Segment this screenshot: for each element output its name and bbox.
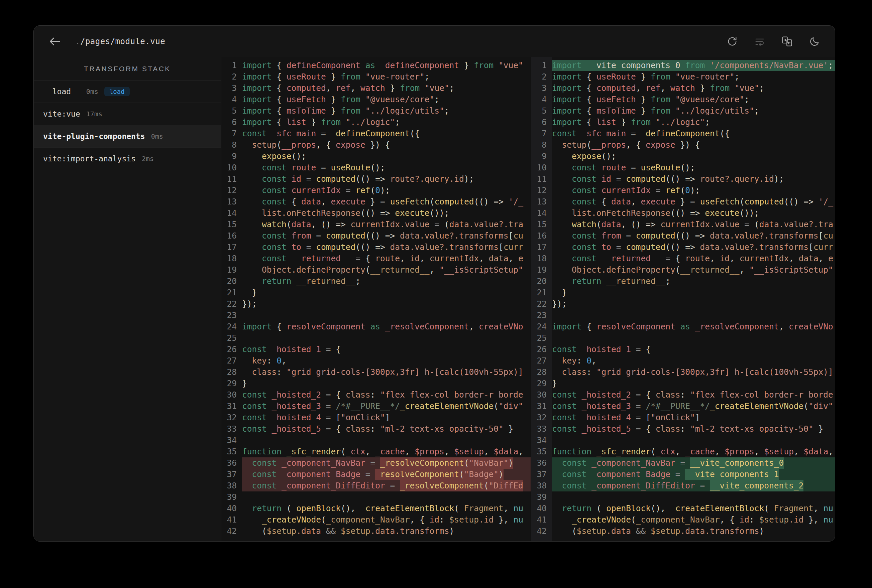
code-text: }); xyxy=(552,298,835,310)
code-text: key: 0, xyxy=(242,355,531,366)
code-text: import { msToTime } from "../logic/utils… xyxy=(552,105,835,117)
line-number: 20 xyxy=(531,276,552,287)
wrap-lines-icon[interactable] xyxy=(754,36,765,47)
code-text: const _component_NavBar = _resolveCompon… xyxy=(242,458,531,469)
code-text: const { data, execute } = useFetch(compu… xyxy=(552,196,835,207)
code-text: import { computed, ref, watch } from "vu… xyxy=(242,82,531,94)
line-number: 10 xyxy=(221,162,242,173)
code-pane-before[interactable]: 1import { defineComponent as _defineComp… xyxy=(221,57,531,541)
sidebar-item-vite:import-analysis[interactable]: vite:import-analysis2ms xyxy=(34,148,221,170)
line-number: 26 xyxy=(221,344,242,355)
code-text: import { resolveComponent as _resolveCom… xyxy=(242,321,531,332)
code-line: 5import { msToTime } from "../logic/util… xyxy=(531,105,835,117)
code-text: import { resolveComponent as _resolveCom… xyxy=(552,321,835,332)
back-button[interactable] xyxy=(48,35,61,48)
plugin-name: __load__ xyxy=(43,87,80,96)
code-text: const _component_NavBar = __vite_compone… xyxy=(552,458,835,469)
module-path-text: /pages/module.vue xyxy=(80,37,165,46)
code-text: return (_openBlock(), _createElementBloc… xyxy=(552,503,835,514)
line-number: 28 xyxy=(221,366,242,378)
line-number: 34 xyxy=(221,435,242,446)
line-number: 26 xyxy=(531,344,552,355)
code-line: 41 _createVNode(_component_NavBar, { id:… xyxy=(221,514,531,525)
sidebar-item-__load__[interactable]: __load__0msload xyxy=(34,81,221,103)
code-line: 11 const id = computed(() => route?.quer… xyxy=(531,173,835,185)
refresh-icon[interactable] xyxy=(726,36,738,47)
code-line: 14 list.onFetchResponse(() => execute())… xyxy=(221,207,531,219)
code-line: 40 return (_openBlock(), _createElementB… xyxy=(221,503,531,514)
line-number: 41 xyxy=(221,514,242,525)
code-text: import { useFetch } from "@vueuse/core"; xyxy=(242,94,531,105)
code-line: 12 const currentIdx = ref(0); xyxy=(531,185,835,196)
code-text: const _hoisted_2 = { class: "flex flex-c… xyxy=(552,389,835,400)
code-line: 2import { useRoute } from "vue-router"; xyxy=(221,71,531,82)
line-number: 41 xyxy=(531,514,552,525)
code-text: const id = computed(() => route?.query.i… xyxy=(242,173,531,185)
code-text: const from = computed(() => data.value?.… xyxy=(552,230,835,242)
code-text xyxy=(552,492,835,503)
code-line: 18 const __returned__ = { route, id, cur… xyxy=(531,253,835,264)
sidebar-items: __load__0msloadvite:vue17msvite-plugin-c… xyxy=(34,81,221,170)
code-text xyxy=(242,310,531,321)
line-number: 17 xyxy=(531,242,552,253)
line-number: 35 xyxy=(531,446,552,458)
code-text: ($setup.data && $setup.data.transforms) xyxy=(242,525,531,537)
line-number: 42 xyxy=(531,525,552,537)
line-number: 16 xyxy=(531,230,552,242)
code-text: const __returned__ = { route, id, curren… xyxy=(552,253,835,264)
code-text: Object.defineProperty(__returned__, "__i… xyxy=(242,264,531,276)
line-number: 40 xyxy=(221,503,242,514)
code-line: 36 const _component_NavBar = _resolveCom… xyxy=(221,458,531,469)
plugin-duration: 2ms xyxy=(142,154,154,163)
plugin-name: vite:vue xyxy=(43,110,80,118)
arrow-left-icon xyxy=(48,35,61,48)
code-text: const from = computed(() => data.value?.… xyxy=(242,230,531,242)
code-text: class: "grid grid-cols-[300px,3fr] h-[ca… xyxy=(242,366,531,378)
line-number: 38 xyxy=(531,480,552,492)
code-line: 15 watch(data, () => currentIdx.value = … xyxy=(531,219,835,230)
code-line: 37 const _component_Badge = __vite_compo… xyxy=(531,469,835,480)
code-text: import { useRoute } from "vue-router"; xyxy=(242,71,531,82)
code-line: 29} xyxy=(531,378,835,389)
line-number: 21 xyxy=(531,287,552,298)
module-path-title: ./pages/module.vue xyxy=(75,37,165,46)
header-actions xyxy=(726,36,820,47)
code-line: 8 setup(__props, { expose }) { xyxy=(221,140,531,151)
line-number: 16 xyxy=(221,230,242,242)
code-line: 15 watch(data, () => currentIdx.value = … xyxy=(221,219,531,230)
sidebar-item-vite-plugin-components[interactable]: vite-plugin-components0ms xyxy=(34,125,221,148)
line-number: 5 xyxy=(221,105,242,117)
line-number: 13 xyxy=(221,196,242,207)
line-number: 9 xyxy=(531,151,552,162)
line-number: 37 xyxy=(531,469,552,480)
code-line: 22}); xyxy=(531,298,835,310)
code-text: function _sfc_render(_ctx, _cache, $prop… xyxy=(242,446,531,458)
split-diff-icon[interactable] xyxy=(782,36,793,47)
moon-icon[interactable] xyxy=(809,36,820,47)
plugin-duration: 17ms xyxy=(86,110,102,118)
code-text: import { useRoute } from "vue-router"; xyxy=(552,71,835,82)
line-number: 22 xyxy=(531,298,552,310)
code-text: import { list } from "../logic"; xyxy=(552,117,835,128)
line-number: 22 xyxy=(221,298,242,310)
line-number: 35 xyxy=(221,446,242,458)
code-pane-after[interactable]: 1import __vite_components_0 from '/compo… xyxy=(531,57,835,541)
code-text: watch(data, () => currentIdx.value = (da… xyxy=(552,219,835,230)
code-line: 39 xyxy=(531,492,835,503)
line-number: 9 xyxy=(221,151,242,162)
code-text: import { msToTime } from "../logic/utils… xyxy=(242,105,531,117)
code-text: const _hoisted_4 = ["onClick"] xyxy=(552,412,835,423)
code-line: 36 const _component_NavBar = __vite_comp… xyxy=(531,458,835,469)
code-line: 31const _hoisted_3 = /*#__PURE__*/_creat… xyxy=(221,400,531,412)
code-line: 13 const { data, execute } = useFetch(co… xyxy=(531,196,835,207)
code-line: 2import { useRoute } from "vue-router"; xyxy=(531,71,835,82)
line-number: 24 xyxy=(531,321,552,332)
code-line: 33const _hoisted_5 = { class: "ml-2 text… xyxy=(221,423,531,435)
code-line: 19 Object.defineProperty(__returned__, "… xyxy=(531,264,835,276)
sidebar-item-vite:vue[interactable]: vite:vue17ms xyxy=(34,103,221,125)
code-text xyxy=(242,332,531,344)
line-number: 32 xyxy=(221,412,242,423)
line-number: 42 xyxy=(221,525,242,537)
code-line: 34 xyxy=(531,435,835,446)
plugin-name: vite:import-analysis xyxy=(43,154,136,163)
